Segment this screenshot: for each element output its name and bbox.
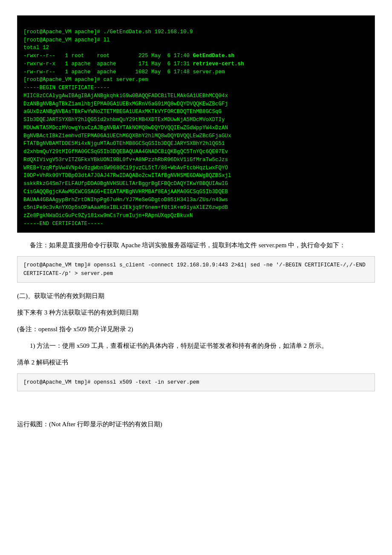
terminal-line-1: [root@Apache_VM apache]# ./GetEndDate.sh…	[23, 29, 244, 227]
section2-title: (二)、获取证书的有效到期日期	[17, 290, 375, 302]
filename-getenddate: GetEndDate.sh	[193, 53, 235, 59]
method1-title: 1) 方法一：使用 x509 工具，查看根证书的具体内容，特别是证书签发者和持有…	[17, 340, 375, 352]
filename-retrieve: retrieve-cert.sh	[193, 61, 244, 67]
note-paragraph-1: 备注：如果是直接用命令行获取 Apache 培训实验服务器端证书，提取到本地文件…	[17, 240, 375, 251]
terminal-block-1: [root@Apache_VM apache]# ./GetEndDate.sh…	[17, 15, 375, 233]
run-note: 运行截图：(Not After 行即显示的时证书的有效日期)	[17, 419, 375, 430]
method1-list-title: 清单 2 解码根证书	[17, 357, 375, 368]
cmd-block-1: [root@Apache_VM tmp]# openssl s_client -…	[17, 256, 375, 283]
section2-note: (备注：openssl 指令 x509 简介详见附录 2)	[17, 324, 375, 335]
spacer	[17, 396, 375, 413]
section2-intro: 接下来有 3 种方法获取证书的有效到期日期	[17, 307, 375, 318]
cmd-block-2: [root@Apache_VM tmp]# openssl x509 -text…	[17, 373, 375, 391]
